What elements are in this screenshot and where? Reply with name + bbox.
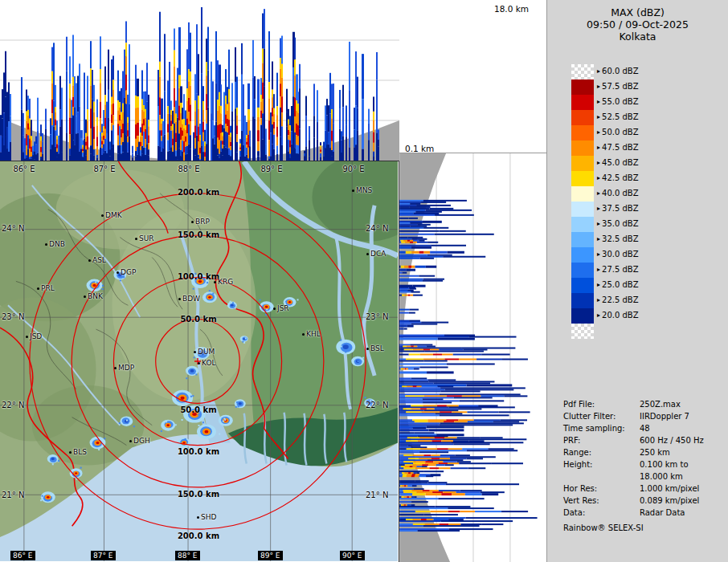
info-label: Time sampling: bbox=[563, 424, 625, 433]
longitude-label-bottom: 90° E bbox=[340, 551, 365, 560]
range-ring-label: 150.0 km bbox=[165, 490, 232, 499]
info-row: Pdf File:250Z.max bbox=[563, 400, 724, 412]
info-value: 0.100 km to bbox=[640, 460, 689, 469]
product-datetime: 09:50 / 09-Oct-2025 bbox=[547, 18, 728, 31]
info-value: 0.089 km/pixel bbox=[640, 496, 699, 505]
station-dot bbox=[88, 259, 91, 262]
legend-scale-label: 60.0 dBZ bbox=[597, 67, 639, 75]
legend-scale-row: 40.0 dBZ bbox=[547, 186, 728, 202]
range-ring-label: 100.0 km bbox=[165, 447, 232, 456]
legend-scale-row: 32.5 dBZ bbox=[547, 232, 728, 247]
station-dot bbox=[191, 221, 194, 223]
station-dot bbox=[302, 333, 305, 336]
station-dot bbox=[214, 281, 216, 283]
legend-scale-label: 37.5 dBZ bbox=[597, 204, 639, 213]
longitude-label-bottom: 88° E bbox=[175, 551, 200, 560]
legend-color-swatch bbox=[571, 171, 594, 186]
station-dot bbox=[45, 243, 47, 246]
station-dot bbox=[273, 307, 276, 310]
station-marker: BSL bbox=[366, 344, 384, 352]
station-marker: MNS bbox=[352, 186, 372, 194]
station-dot bbox=[178, 298, 181, 300]
legend-scale-label: 25.0 dBZ bbox=[597, 280, 639, 289]
legend-scale-label: 40.0 dBZ bbox=[597, 189, 639, 198]
station-code: JSD bbox=[30, 332, 42, 340]
info-label: PRF: bbox=[563, 436, 580, 445]
station-code: KRG bbox=[218, 278, 233, 286]
product-info: Pdf File:250Z.maxClutter Filter:IIRDoppl… bbox=[563, 400, 724, 520]
legend-color-swatch bbox=[571, 125, 594, 140]
longitude-label-top: 88° E bbox=[173, 165, 205, 173]
legend-scale-label: 30.0 dBZ bbox=[597, 250, 639, 259]
info-label: Hor Res: bbox=[563, 484, 597, 493]
station-marker: JSR bbox=[273, 304, 289, 312]
legend-scale-row: 22.5 dBZ bbox=[547, 293, 728, 308]
station-code: BSL bbox=[370, 344, 384, 352]
info-row: Clutter Filter:IIRDoppler 7 bbox=[563, 412, 724, 424]
legend-color-swatch bbox=[571, 293, 594, 308]
legend-scale-label: 32.5 dBZ bbox=[597, 234, 639, 243]
legend-scale-row bbox=[547, 324, 728, 339]
longitude-label-bottom: 87° E bbox=[91, 551, 116, 560]
station-code: DGP bbox=[121, 268, 136, 276]
longitude-label-bottom: 89° E bbox=[258, 551, 283, 560]
longitude-label-bottom: 86° E bbox=[10, 551, 35, 560]
station-code: SUR bbox=[139, 234, 154, 242]
info-value: 600 Hz / 450 Hz bbox=[640, 436, 704, 445]
height-axis-max-label: 18.0 km bbox=[494, 4, 529, 14]
legend-color-swatch bbox=[571, 202, 594, 217]
station-marker: DGH bbox=[129, 437, 150, 445]
info-label: Clutter Filter: bbox=[563, 412, 616, 421]
station-code: DMK bbox=[105, 211, 122, 219]
station-dot bbox=[37, 287, 39, 290]
station-dot bbox=[194, 351, 196, 353]
legend-scale-label: 57.5 dBZ bbox=[597, 82, 639, 91]
station-dot bbox=[129, 440, 132, 442]
station-code: BNK bbox=[88, 292, 103, 300]
software-brand: Rainbow® SELEX-SI bbox=[563, 523, 644, 532]
station-marker: ASL bbox=[88, 256, 106, 264]
legend-scale-label: 22.5 dBZ bbox=[597, 295, 639, 304]
xz-cross-section-panel bbox=[0, 0, 399, 161]
info-value: IIRDoppler 7 bbox=[640, 412, 689, 421]
info-label: Data: bbox=[563, 508, 585, 517]
latitude-label-left: 22° N bbox=[2, 401, 24, 409]
latitude-label-right: 23° N bbox=[366, 312, 388, 321]
latitude-label-right: 24° N bbox=[366, 224, 388, 233]
legend-color-swatch bbox=[571, 217, 594, 232]
legend-scale-row: 52.5 dBZ bbox=[547, 110, 728, 125]
info-row: Data:Radar Data bbox=[563, 508, 724, 520]
station-dot bbox=[26, 336, 28, 338]
info-value: 1.000 km/pixel bbox=[640, 484, 699, 493]
legend-color-swatch bbox=[571, 278, 594, 293]
station-marker: BNK bbox=[84, 292, 103, 300]
station-marker: SHD bbox=[197, 513, 216, 521]
legend-scale-label: 47.5 dBZ bbox=[597, 143, 639, 152]
legend-panel: MAX (dBZ) 09:50 / 09-Oct-2025 Kolkata 60… bbox=[546, 0, 728, 562]
legend-color-swatch bbox=[571, 64, 594, 79]
info-row: Time sampling:48 bbox=[563, 424, 724, 436]
station-dot bbox=[101, 214, 104, 217]
legend-scale-row: 35.0 dBZ bbox=[547, 217, 728, 232]
info-row: 18.000 km bbox=[563, 472, 724, 484]
info-value: 250Z.max bbox=[640, 400, 681, 409]
legend-scale-row: 30.0 dBZ bbox=[547, 247, 728, 263]
map-labels-overlay: 86° E86° E87° E87° E88° E88° E89° E89° E… bbox=[0, 161, 399, 562]
station-marker: KRG bbox=[214, 278, 233, 286]
station-marker: BLS bbox=[69, 448, 87, 456]
station-marker: JSD bbox=[26, 332, 42, 340]
station-code: PRL bbox=[41, 284, 55, 292]
legend-scale-label: 55.0 dBZ bbox=[597, 97, 639, 106]
info-label: Height: bbox=[563, 460, 592, 469]
legend-scale-row: 20.0 dBZ bbox=[547, 308, 728, 324]
legend-color-swatch bbox=[571, 110, 594, 125]
station-code: BDW bbox=[182, 295, 200, 303]
station-marker: KOL bbox=[198, 359, 216, 367]
station-dot bbox=[117, 271, 119, 274]
legend-scale-label: 50.0 dBZ bbox=[597, 128, 639, 136]
station-code: MDP bbox=[118, 364, 134, 372]
longitude-label-top: 90° E bbox=[337, 165, 370, 173]
station-marker: BDW bbox=[178, 295, 200, 303]
info-label: Range: bbox=[563, 448, 591, 457]
legend-color-swatch bbox=[571, 308, 594, 324]
